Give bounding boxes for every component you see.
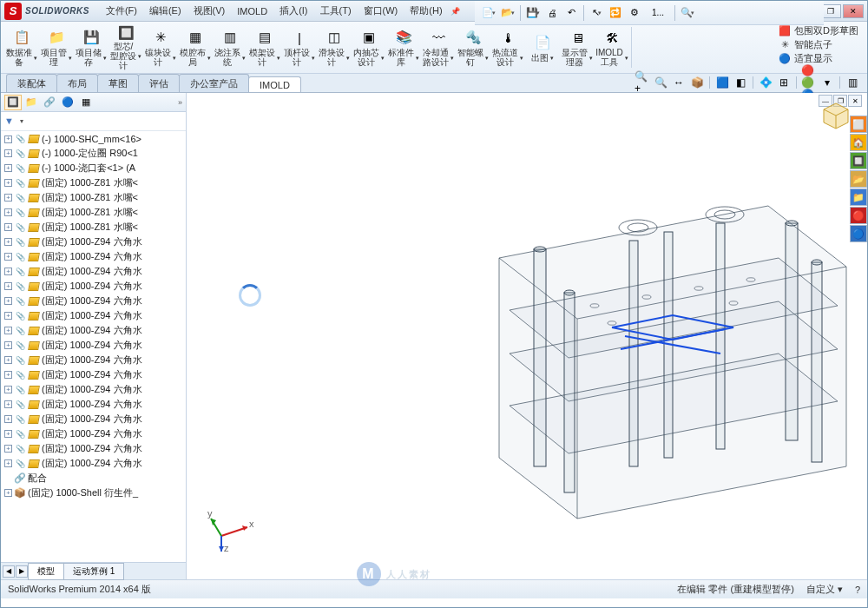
cmd-冷却通路设计[interactable]: 〰冷却通路设计▾ xyxy=(421,22,456,73)
view-tool-0[interactable]: 🔍+ xyxy=(635,76,650,89)
tree-node[interactable]: +📎(固定) 1000-Z81 水嘴< xyxy=(1,220,186,235)
feature-tab-2[interactable]: 🔗 xyxy=(41,95,58,110)
tree-node[interactable]: +📎(-) 1000-浇口套<1> (A xyxy=(1,161,186,175)
tree-node[interactable]: +📎(固定) 1000-Z94 六角水 xyxy=(1,412,186,426)
tree-node[interactable]: +📎(固定) 1000-Z94 六角水 xyxy=(1,323,186,338)
tree-node[interactable]: +📎(固定) 1000-Z94 六角水 xyxy=(1,235,186,249)
menu-imold[interactable]: IMOLD xyxy=(231,3,273,19)
tree-node[interactable]: 🔗配合 xyxy=(1,471,186,486)
view-tool-8[interactable]: 💠 xyxy=(758,76,773,89)
cmd-滑块设计[interactable]: ◫滑块设计▾ xyxy=(317,22,352,73)
expand-icon[interactable]: + xyxy=(4,253,12,261)
task-tab-0[interactable]: ⬜ xyxy=(850,116,867,133)
menu-window[interactable]: 窗口(W) xyxy=(358,2,404,20)
select-button[interactable]: ↖▾ xyxy=(588,4,605,22)
menu-edit[interactable]: 编辑(E) xyxy=(143,2,187,20)
task-tab-5[interactable]: 🔴 xyxy=(850,207,867,224)
tree-node[interactable]: +📎(固定) 1000-Z94 六角水 xyxy=(1,456,186,471)
view-tool-14[interactable]: ▥ xyxy=(845,76,860,89)
feature-tab-3[interactable]: 📁 xyxy=(23,95,40,110)
task-tab-3[interactable]: 📂 xyxy=(850,170,867,188)
expand-icon[interactable]: + xyxy=(4,194,12,202)
tree-node[interactable]: +📎(固定) 1000-Z94 六角水 xyxy=(1,338,186,353)
bottom-tab-模型[interactable]: 模型 xyxy=(28,563,64,580)
bottom-tab-运动算例 1[interactable]: 运动算例 1 xyxy=(63,563,124,580)
tree-node[interactable]: +📎(-) 1000-定位圈 R90<1 xyxy=(1,146,186,161)
expand-icon[interactable]: + xyxy=(4,149,12,157)
menu-view[interactable]: 视图(V) xyxy=(187,2,232,20)
undo-button[interactable]: ↶ xyxy=(562,4,580,22)
menu-file[interactable]: 文件(F) xyxy=(100,2,143,20)
cmd-right-row-1[interactable]: ✳智能点子 xyxy=(779,38,858,51)
cmd-数据准备[interactable]: 📋数据准备▾ xyxy=(4,22,39,73)
panel-collapse-icon[interactable]: » xyxy=(178,98,182,107)
cmd-项目储存[interactable]: 💾项目储存▾ xyxy=(74,22,108,73)
cmd-型芯/型腔设计[interactable]: 🔲型芯/型腔设计▾ xyxy=(108,22,143,73)
cmd-内抽芯设计[interactable]: ▣内抽芯设计▾ xyxy=(352,22,386,73)
cmd-镶块设计[interactable]: ✳镶块设计▾ xyxy=(143,22,178,73)
menu-insert[interactable]: 插入(I) xyxy=(273,2,313,20)
expand-icon[interactable]: + xyxy=(4,356,12,364)
cmd-智能螺钉[interactable]: 🔩智能螺钉▾ xyxy=(456,22,490,73)
menu-pin-icon[interactable]: 📌 xyxy=(450,7,460,16)
view-tool-1[interactable]: 🔍 xyxy=(653,76,668,89)
expand-icon[interactable]: + xyxy=(4,341,12,349)
tree-node[interactable]: +📎(固定) 1000-Z81 水嘴< xyxy=(1,175,186,190)
expand-icon[interactable]: + xyxy=(4,179,12,187)
cmd-IMOLD工具[interactable]: 🛠IMOLD工具▾ xyxy=(595,22,629,73)
tree-node[interactable]: +📦(固定) 1000-Shell 衍生件_ xyxy=(1,486,186,500)
expand-icon[interactable]: + xyxy=(4,135,12,143)
view-tool-3[interactable]: 📦 xyxy=(689,76,705,89)
tab-IMOLD[interactable]: IMOLD xyxy=(248,76,301,92)
feature-tree[interactable]: +📎(-) 1000-SHC_mm<16>+📎(-) 1000-定位圈 R90<… xyxy=(1,131,186,562)
task-tab-1[interactable]: 🏠 xyxy=(850,134,867,151)
expand-icon[interactable]: + xyxy=(4,164,12,172)
tree-node[interactable]: +📎(固定) 1000-Z94 六角水 xyxy=(1,367,186,382)
tree-node[interactable]: +📎(固定) 1000-Z81 水嘴< xyxy=(1,190,186,205)
filter-dropdown-icon[interactable]: ▾ xyxy=(20,117,23,125)
view-orientation-cube-icon[interactable] xyxy=(820,100,852,131)
search-button[interactable]: 🔍▾ xyxy=(679,4,696,22)
tree-node[interactable]: +📎(固定) 1000-Z94 六角水 xyxy=(1,426,186,441)
expand-icon[interactable]: + xyxy=(4,297,12,305)
tab-草图[interactable]: 草图 xyxy=(97,74,139,92)
task-tab-6[interactable]: 🔵 xyxy=(850,225,867,242)
expand-icon[interactable]: + xyxy=(4,327,12,334)
cmd-模腔布局[interactable]: ▦模腔布局▾ xyxy=(178,22,213,73)
status-custom-dropdown[interactable]: 自定义 ▾ xyxy=(806,583,843,596)
expand-icon[interactable]: + xyxy=(4,415,12,423)
cmd-热流道设计[interactable]: 🌡热流道设计▾ xyxy=(490,22,525,73)
bottom-tab-prev-button[interactable]: ◀ xyxy=(3,565,15,578)
tree-node[interactable]: +📎(固定) 1000-Z94 六角水 xyxy=(1,397,186,412)
filter-icon[interactable]: ▼ xyxy=(4,116,16,128)
expand-icon[interactable]: + xyxy=(4,268,12,275)
expand-icon[interactable]: + xyxy=(4,208,12,216)
cmd-标准件库[interactable]: 📚标准件库▾ xyxy=(386,22,421,73)
print-button[interactable]: 🖨 xyxy=(543,4,561,22)
task-tab-2[interactable]: 🔲 xyxy=(850,152,867,169)
cmd-浇注系统[interactable]: ▥浇注系统▾ xyxy=(213,22,247,73)
tree-node[interactable]: +📎(固定) 1000-Z94 六角水 xyxy=(1,294,186,308)
view-tool-11[interactable]: 🔴🟢🔵 xyxy=(801,76,817,89)
expand-icon[interactable]: + xyxy=(4,282,12,290)
cmd-right-row-0[interactable]: 🟥包围双D形草图 xyxy=(779,24,858,37)
save-button[interactable]: 💾▾ xyxy=(524,4,542,22)
one-button[interactable]: 1... xyxy=(645,4,671,22)
tab-评估[interactable]: 评估 xyxy=(138,74,180,92)
cmd-模架设计[interactable]: ▤模架设计▾ xyxy=(247,22,282,73)
open-button[interactable]: 📂▾ xyxy=(499,4,516,22)
options-button[interactable]: ⚙ xyxy=(626,4,643,22)
expand-icon[interactable]: + xyxy=(4,400,12,408)
rebuild-button[interactable]: 🔁 xyxy=(607,4,624,22)
view-tool-9[interactable]: ⊞ xyxy=(776,76,792,89)
expand-icon[interactable]: + xyxy=(4,312,12,320)
tree-node[interactable]: +📎(固定) 1000-Z94 六角水 xyxy=(1,441,186,456)
tree-node[interactable]: +📎(固定) 1000-Z94 六角水 xyxy=(1,382,186,397)
tree-node[interactable]: +📎(-) 1000-SHC_mm<16> xyxy=(1,132,186,146)
new-button[interactable]: 📄▾ xyxy=(480,4,497,22)
tree-node[interactable]: +📎(固定) 1000-Z94 六角水 xyxy=(1,308,186,323)
expand-icon[interactable]: + xyxy=(4,430,12,438)
expand-icon[interactable]: + xyxy=(4,238,12,246)
cmd-出图[interactable]: 📄出图▾ xyxy=(525,22,560,73)
cmd-顶杆设计[interactable]: |顶杆设计▾ xyxy=(282,22,317,73)
